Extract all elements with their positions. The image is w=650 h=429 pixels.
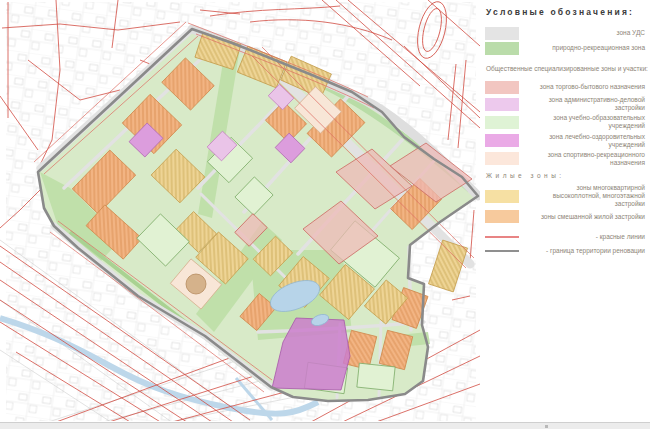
legend-label: зона торгово-бытового назначения bbox=[519, 83, 646, 91]
legend-item-mixed: зоны смешанной жилой застройки bbox=[485, 210, 646, 223]
swatch-mixed bbox=[485, 210, 519, 223]
legend-label: зона административно-деловой застройки bbox=[519, 96, 646, 112]
swatch-red-line bbox=[485, 236, 519, 238]
legend-item-redlines: - красные линии bbox=[485, 232, 646, 242]
legend-title: Условные обозначения: bbox=[486, 7, 646, 17]
renovation-masterplan-page: Условные обозначения: зона УДС природно-… bbox=[0, 0, 650, 429]
legend-header-public: Общественные специализированные зоны и у… bbox=[486, 65, 646, 72]
legend-item-edu: зона учебно-образовательных учреждений bbox=[485, 114, 646, 130]
legend-label: зона учебно-образовательных учреждений bbox=[519, 114, 646, 130]
legend-item-med: зона лечебно-оздоровительных учреждений bbox=[485, 133, 646, 149]
legend-item-admin: зона административно-деловой застройки bbox=[485, 96, 646, 112]
legend-label: зоны смешанной жилой застройки bbox=[519, 213, 646, 221]
legend-label: - красные линии bbox=[519, 233, 646, 241]
swatch-uds bbox=[485, 27, 519, 40]
horizontal-scrollbar[interactable] bbox=[0, 422, 650, 429]
stadium-circle bbox=[186, 274, 206, 294]
legend-header-residential: Жилые зоны: bbox=[486, 172, 646, 179]
swatch-sport bbox=[485, 152, 519, 165]
swatch-edu bbox=[485, 116, 519, 129]
legend-item-border: - граница территории реновации bbox=[485, 244, 646, 257]
legend-label: природно-рекреационная зона bbox=[519, 44, 646, 52]
swatch-med bbox=[485, 134, 519, 147]
legend-item-uds: зона УДС bbox=[485, 27, 646, 40]
legend-label: зона спортивно-рекреационного назначения bbox=[519, 151, 646, 167]
legend-label: зона лечебно-оздоровительных учреждений bbox=[519, 133, 646, 149]
legend-label: - граница территории реновации bbox=[519, 247, 646, 255]
map-viewport[interactable] bbox=[0, 0, 480, 421]
legend-panel: Условные обозначения: зона УДС природно-… bbox=[480, 0, 650, 421]
legend-label: зона УДС bbox=[519, 29, 646, 37]
swatch-border-line bbox=[485, 250, 519, 252]
legend-label: зоны многоквартирной высокоплотной, мног… bbox=[527, 184, 646, 208]
legend-item-nature: природно-рекреационная зона bbox=[485, 42, 646, 55]
swatch-nature bbox=[485, 42, 519, 55]
scrollbar-marker bbox=[545, 425, 548, 428]
masterplan-map bbox=[0, 0, 480, 421]
swatch-trade bbox=[485, 81, 519, 94]
legend-item-trade: зона торгово-бытового назначения bbox=[485, 81, 646, 94]
legend-item-sport: зона спортивно-рекреационного назначения bbox=[485, 151, 646, 167]
legend-item-multistorey: зоны многоквартирной высокоплотной, мног… bbox=[485, 184, 646, 208]
swatch-admin bbox=[485, 98, 519, 111]
swatch-multistorey bbox=[485, 190, 519, 203]
